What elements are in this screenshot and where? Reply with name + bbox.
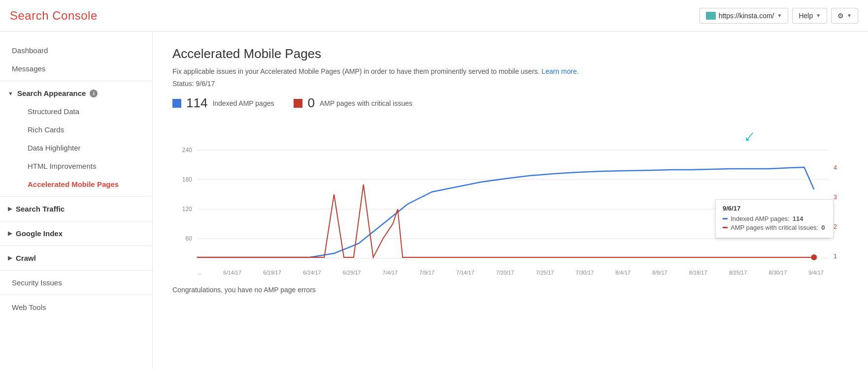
divider-3 — [0, 221, 152, 221]
svg-text:120: 120 — [182, 206, 192, 213]
sidebar-item-dashboard[interactable]: Dashboard — [0, 41, 152, 60]
header: Search Console https://kinsta.com/ ▼ Hel… — [0, 0, 868, 31]
indexed-label: Indexed AMP pages — [212, 99, 274, 107]
chart-container: ↓ 60 120 180 240 1 2 3 4 — [172, 121, 848, 278]
x-label-614: 6/14/17 — [223, 270, 241, 276]
gear-icon: ⚙ — [837, 12, 844, 20]
tooltip-blue-indicator — [723, 218, 728, 219]
svg-text:3: 3 — [834, 194, 837, 201]
sidebar-section-search-appearance[interactable]: ▼ Search Appearance i — [0, 84, 152, 102]
tooltip-row-indexed: Indexed AMP pages: 114 — [723, 215, 826, 222]
divider-6 — [0, 295, 152, 295]
x-label-725: 7/25/17 — [536, 270, 554, 276]
critical-label: AMP pages with critical issues — [320, 99, 412, 107]
x-label-629: 6/29/17 — [343, 270, 361, 276]
sidebar-item-amp[interactable]: Accelerated Mobile Pages — [16, 175, 152, 193]
tooltip-row2-value: 0 — [821, 224, 825, 231]
tooltip-row1-value: 114 — [793, 215, 803, 222]
x-label-79: 7/9/17 — [419, 270, 434, 276]
critical-count: 0 — [307, 95, 314, 111]
page-description: Fix applicable issues in your Accelerate… — [172, 66, 848, 77]
chart-tooltip: 9/6/17 Indexed AMP pages: 114 AMP pages … — [715, 199, 834, 238]
x-label-730: 7/30/17 — [576, 270, 594, 276]
x-label-825: 8/25/17 — [729, 270, 747, 276]
help-button[interactable]: Help ▼ — [792, 8, 827, 24]
tooltip-date: 9/6/17 — [723, 205, 826, 212]
divider-2 — [0, 196, 152, 197]
tooltip-row1-label: Indexed AMP pages: — [731, 215, 790, 222]
site-selector[interactable]: https://kinsta.com/ ▼ — [700, 8, 789, 24]
indexed-count: 114 — [186, 95, 207, 111]
tooltip-row-critical: AMP pages with critical issues: 0 — [723, 224, 826, 231]
sidebar-item-data-highlighter[interactable]: Data Highlighter — [16, 139, 152, 157]
status-line: Status: 9/6/17 — [172, 80, 848, 88]
sidebar-section-search-traffic[interactable]: ▶ Search Traffic — [0, 200, 152, 218]
layout: Dashboard Messages ▼ Search Appearance i… — [0, 31, 868, 369]
settings-dropdown-arrow: ▼ — [847, 13, 852, 18]
sidebar-item-web-tools[interactable]: Web Tools — [0, 298, 152, 316]
learn-more-link[interactable]: Learn more. — [541, 67, 578, 75]
svg-text:1: 1 — [834, 253, 837, 260]
x-label-818: 8/18/17 — [689, 270, 707, 276]
info-icon: i — [90, 90, 98, 97]
sidebar-item-rich-cards[interactable]: Rich Cards — [16, 121, 152, 139]
congrats-message: Congratulations, you have no AMP page er… — [172, 286, 848, 294]
expand-arrow: ▼ — [8, 91, 13, 96]
tooltip-red-indicator — [723, 227, 728, 228]
x-label-624: 6/24/17 — [303, 270, 321, 276]
divider-4 — [0, 246, 152, 246]
x-axis-labels: ... 6/14/17 6/19/17 6/24/17 6/29/17 7/4/… — [172, 270, 848, 276]
x-label-dots: ... — [197, 270, 201, 276]
svg-text:4: 4 — [834, 164, 837, 171]
x-label-84: 8/4/17 — [615, 270, 631, 276]
svg-text:240: 240 — [182, 147, 192, 154]
x-label-74: 7/4/17 — [383, 270, 398, 276]
legend-critical: 0 AMP pages with critical issues — [294, 95, 412, 111]
site-dropdown-arrow: ▼ — [777, 13, 782, 18]
main-content: Accelerated Mobile Pages Fix applicable … — [153, 31, 868, 369]
header-controls: https://kinsta.com/ ▼ Help ▼ ⚙ ▼ — [700, 8, 858, 24]
legend-box-blue — [172, 99, 181, 108]
sidebar-section-google-index[interactable]: ▶ Google Index — [0, 224, 152, 243]
legend-box-red — [294, 99, 302, 108]
svg-text:2: 2 — [834, 223, 837, 230]
svg-text:180: 180 — [182, 176, 192, 183]
sidebar-sub-search-appearance: Structured Data Rich Cards Data Highligh… — [0, 102, 152, 193]
red-endpoint — [811, 254, 817, 260]
sidebar-item-messages[interactable]: Messages — [0, 60, 152, 78]
x-label-830: 8/30/17 — [768, 270, 787, 276]
crawl-arrow: ▶ — [8, 255, 12, 261]
sidebar-item-security-issues[interactable]: Security Issues — [0, 274, 152, 292]
legend: 114 Indexed AMP pages 0 AMP pages with c… — [172, 95, 848, 111]
legend-indexed: 114 Indexed AMP pages — [172, 95, 274, 111]
x-label-89: 8/9/17 — [652, 270, 668, 276]
sidebar-item-html-improvements[interactable]: HTML Improvements — [16, 157, 152, 175]
help-dropdown-arrow: ▼ — [816, 13, 821, 18]
site-icon — [706, 12, 716, 20]
settings-button[interactable]: ⚙ ▼ — [831, 8, 858, 24]
sidebar: Dashboard Messages ▼ Search Appearance i… — [0, 31, 153, 369]
sidebar-section-crawl[interactable]: ▶ Crawl — [0, 249, 152, 267]
search-traffic-arrow: ▶ — [8, 206, 12, 212]
page-title: Accelerated Mobile Pages — [172, 46, 848, 62]
tooltip-row2-label: AMP pages with critical issues: — [731, 224, 818, 231]
x-label-720: 7/20/17 — [496, 270, 514, 276]
site-url: https://kinsta.com/ — [719, 12, 774, 20]
app-title: Search Console — [10, 9, 98, 23]
x-label-619: 6/19/17 — [263, 270, 281, 276]
divider-5 — [0, 270, 152, 271]
x-label-714: 7/14/17 — [456, 270, 474, 276]
sidebar-item-structured-data[interactable]: Structured Data — [16, 102, 152, 121]
svg-text:60: 60 — [186, 235, 193, 242]
divider-1 — [0, 81, 152, 81]
help-label: Help — [799, 12, 813, 20]
google-index-arrow: ▶ — [8, 230, 12, 237]
x-label-94: 9/4/17 — [808, 270, 824, 276]
